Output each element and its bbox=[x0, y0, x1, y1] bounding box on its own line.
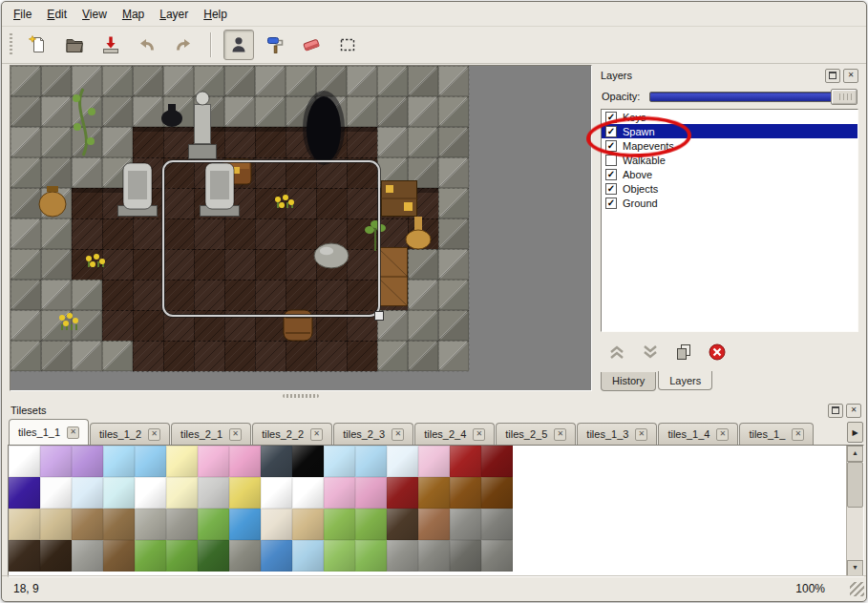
new-map-button[interactable] bbox=[23, 30, 53, 60]
tab-close-icon[interactable]: ✕ bbox=[310, 428, 323, 441]
palette-tile[interactable] bbox=[418, 446, 450, 477]
lower-layer-button[interactable] bbox=[639, 342, 662, 363]
palette-tile[interactable] bbox=[103, 477, 135, 509]
palette-tile[interactable] bbox=[324, 477, 355, 509]
layer-visibility-checkbox[interactable]: ✓ bbox=[605, 112, 617, 123]
stamp-tool-button[interactable] bbox=[223, 30, 254, 60]
tab-close-icon[interactable]: ✕ bbox=[229, 428, 242, 441]
scroll-down-icon[interactable]: ▼ bbox=[847, 560, 863, 576]
close-panel-icon[interactable]: ✕ bbox=[843, 69, 858, 83]
palette-tile[interactable] bbox=[40, 446, 72, 477]
palette-tile[interactable] bbox=[418, 509, 450, 540]
layer-row-mapevents[interactable]: ✓Mapevents bbox=[602, 138, 857, 153]
tab-close-icon[interactable]: ✕ bbox=[792, 428, 804, 441]
tileset-tab-tiles_1_3[interactable]: tiles_1_3✕ bbox=[577, 423, 657, 445]
palette-tile[interactable] bbox=[166, 509, 198, 540]
tab-close-icon[interactable]: ✕ bbox=[554, 428, 566, 441]
palette-tile[interactable] bbox=[72, 540, 103, 572]
palette-tile[interactable] bbox=[450, 509, 481, 540]
palette-tile[interactable] bbox=[198, 540, 229, 572]
menu-view[interactable]: View bbox=[74, 5, 115, 24]
tileset-scrollbar[interactable]: ▲ ▼ bbox=[846, 446, 863, 576]
palette-tile[interactable] bbox=[198, 446, 229, 477]
palette-tile[interactable] bbox=[40, 509, 72, 540]
undo-button[interactable] bbox=[132, 30, 162, 60]
palette-tile[interactable] bbox=[229, 477, 261, 509]
palette-tile[interactable] bbox=[9, 477, 40, 509]
palette-tile[interactable] bbox=[355, 509, 387, 540]
palette-tile[interactable] bbox=[9, 446, 40, 477]
palette-tile[interactable] bbox=[355, 446, 387, 477]
layer-row-ground[interactable]: ✓Ground bbox=[602, 196, 857, 210]
palette-tile[interactable] bbox=[292, 477, 324, 509]
palette-tile[interactable] bbox=[135, 509, 166, 540]
palette-tile[interactable] bbox=[261, 509, 292, 540]
palette-tile[interactable] bbox=[135, 540, 166, 572]
layer-row-above[interactable]: ✓Above bbox=[602, 167, 857, 181]
palette-tile[interactable] bbox=[355, 477, 387, 509]
palette-tile[interactable] bbox=[450, 540, 481, 572]
tileset-tab-tiles_2_1[interactable]: tiles_2_1✕ bbox=[171, 423, 251, 445]
resize-grip[interactable] bbox=[850, 582, 864, 596]
layer-visibility-checkbox[interactable]: ✓ bbox=[605, 169, 617, 180]
raise-layer-button[interactable] bbox=[605, 342, 628, 363]
layer-row-keys[interactable]: ✓Keys bbox=[602, 110, 857, 124]
palette-tile[interactable] bbox=[418, 477, 450, 509]
redo-button[interactable] bbox=[168, 30, 199, 60]
palette-tile[interactable] bbox=[481, 446, 513, 477]
map-canvas[interactable] bbox=[11, 66, 591, 390]
palette-tile[interactable] bbox=[9, 509, 40, 540]
tileset-tab-tiles_1_4[interactable]: tiles_1_4✕ bbox=[658, 423, 738, 445]
tileset-tab-tiles_2_5[interactable]: tiles_2_5✕ bbox=[496, 423, 576, 445]
layer-row-walkable[interactable]: Walkable bbox=[602, 153, 857, 167]
tileset-tab-tiles_2_3[interactable]: tiles_2_3✕ bbox=[333, 423, 413, 445]
palette-tile[interactable] bbox=[387, 446, 418, 477]
palette-tile[interactable] bbox=[387, 540, 418, 572]
palette-tile[interactable] bbox=[387, 477, 418, 509]
menu-edit[interactable]: Edit bbox=[39, 5, 74, 24]
save-map-button[interactable] bbox=[95, 30, 126, 60]
scroll-up-icon[interactable]: ▲ bbox=[847, 446, 863, 462]
palette-tile[interactable] bbox=[355, 540, 387, 572]
duplicate-layer-button[interactable] bbox=[672, 342, 695, 363]
palette-tile[interactable] bbox=[292, 540, 324, 572]
palette-tile[interactable] bbox=[198, 477, 229, 509]
palette-tile[interactable] bbox=[72, 446, 103, 477]
menu-file[interactable]: File bbox=[6, 5, 39, 24]
float-panel-icon[interactable] bbox=[828, 404, 843, 418]
palette-tile[interactable] bbox=[481, 509, 513, 540]
palette-tile[interactable] bbox=[135, 446, 166, 477]
layer-visibility-checkbox[interactable] bbox=[605, 155, 617, 166]
fill-tool-button[interactable] bbox=[260, 30, 290, 60]
close-panel-icon[interactable]: ✕ bbox=[846, 404, 861, 418]
palette-tile[interactable] bbox=[229, 509, 261, 540]
tab-close-icon[interactable]: ✕ bbox=[635, 428, 647, 441]
palette-tile[interactable] bbox=[450, 477, 481, 509]
panel-tab-layers[interactable]: Layers bbox=[658, 371, 712, 390]
palette-tile[interactable] bbox=[450, 446, 481, 477]
menu-map[interactable]: Map bbox=[115, 5, 152, 24]
layer-visibility-checkbox[interactable]: ✓ bbox=[605, 140, 617, 152]
float-panel-icon[interactable] bbox=[825, 69, 840, 83]
palette-tile[interactable] bbox=[481, 540, 513, 572]
tab-close-icon[interactable]: ✕ bbox=[148, 428, 160, 441]
palette-tile[interactable] bbox=[324, 446, 355, 477]
panel-tab-history[interactable]: History bbox=[601, 372, 656, 391]
palette-tile[interactable] bbox=[166, 477, 198, 509]
layer-visibility-checkbox[interactable]: ✓ bbox=[605, 126, 617, 137]
scrollbar-thumb[interactable] bbox=[847, 462, 863, 508]
tab-close-icon[interactable]: ✕ bbox=[392, 428, 404, 441]
menu-layer[interactable]: Layer bbox=[152, 5, 196, 24]
palette-tile[interactable] bbox=[261, 446, 292, 477]
select-tool-button[interactable] bbox=[332, 30, 363, 60]
toolbar-drag-handle[interactable] bbox=[10, 33, 12, 56]
palette-tile[interactable] bbox=[261, 477, 292, 509]
layer-row-objects[interactable]: ✓Objects bbox=[602, 181, 857, 196]
palette-tile[interactable] bbox=[166, 446, 198, 477]
layer-visibility-checkbox[interactable]: ✓ bbox=[605, 198, 617, 209]
tileset-tab-tiles_1_2[interactable]: tiles_1_2✕ bbox=[90, 423, 170, 445]
palette-tile[interactable] bbox=[9, 540, 40, 572]
palette-tile[interactable] bbox=[135, 477, 166, 509]
palette-tile[interactable] bbox=[229, 446, 261, 477]
opacity-slider[interactable] bbox=[649, 92, 857, 102]
